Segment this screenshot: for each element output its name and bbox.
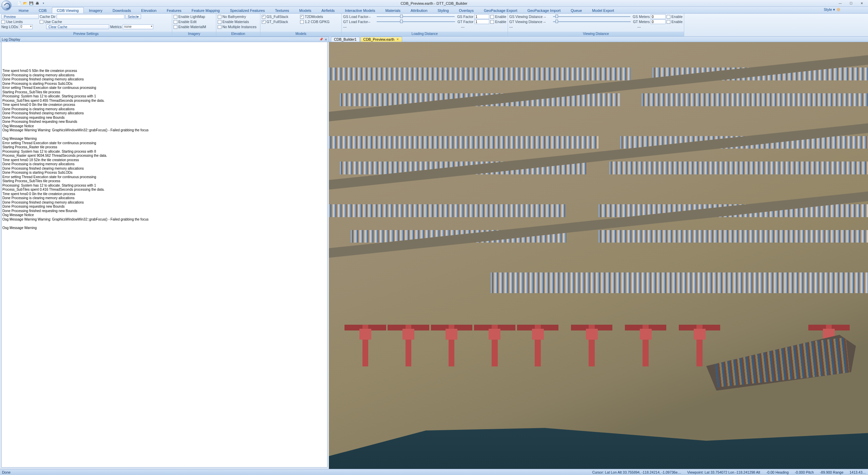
tab-features[interactable]: Features — [162, 7, 186, 13]
close-button[interactable]: ✕ — [857, 1, 867, 6]
document-tab-close-icon[interactable]: ✕ — [396, 38, 399, 41]
qat-dropdown-icon[interactable]: ▾ — [41, 1, 46, 6]
status-heading: -0.00 Heading — [766, 470, 789, 474]
status-pitch: -0.000 Pitch — [795, 470, 814, 474]
group-elevation: No Bathyemtry Enable Materials No Multip… — [216, 14, 260, 36]
neg-lods-dropdown[interactable]: 0 — [19, 24, 33, 29]
tab-elevation[interactable]: Elevation — [136, 7, 161, 13]
gs-loading-enable-checkbox[interactable] — [490, 15, 494, 19]
tab-downloads[interactable]: Downloads — [107, 7, 136, 13]
log-line: Time spent hms0 5 50in the tile createio… — [2, 69, 327, 73]
gt-loading-enable-label: Enable — [495, 20, 506, 24]
document-tab[interactable]: CDB_Preview.earth✕ — [360, 37, 402, 42]
metrics-dropdown[interactable]: none — [123, 24, 153, 29]
app-menu-orb[interactable] — [1, 0, 12, 11]
gt-meters-input[interactable] — [651, 19, 666, 24]
tab-queue[interactable]: Queue — [566, 7, 587, 13]
no-multiple-instances-checkbox[interactable] — [218, 25, 221, 29]
log-line: Osg Message Notice — [2, 124, 327, 129]
log-output[interactable]: Time spent hms0 5 50in the tile createio… — [1, 42, 328, 468]
qat-save-icon[interactable]: 💾 — [28, 1, 34, 6]
select-cache-dir-button[interactable]: Select ▾ — [125, 14, 141, 19]
map-viewport[interactable] — [329, 42, 868, 469]
tab-home[interactable]: Home — [14, 7, 34, 13]
tab-geopackage-import[interactable]: GeoPackage Import — [522, 7, 566, 13]
log-line: Osg Message Notice — [2, 213, 327, 217]
cdb-gpkg-checkbox[interactable] — [300, 20, 304, 24]
log-line: Process_SubTiles spent 0.455 ThreadSecon… — [2, 99, 327, 103]
group-viewing-distance: GS Viewing Distance -- GS Meters Enable … — [508, 14, 684, 36]
group-preview-settings: Preview Cache Dir Select ▾ Use Limits Us… — [0, 14, 172, 36]
gt-load-factor-slider[interactable] — [377, 21, 455, 22]
log-line: Done Processing finished clearing memory… — [2, 77, 327, 82]
t2dmodels-checkbox[interactable] — [300, 15, 304, 19]
maximize-button[interactable]: ☐ — [846, 1, 856, 6]
quick-access-toolbar: 📄 📂 💾 🖶 ▾ — [16, 1, 46, 6]
panel-close-icon[interactable]: ✕ — [324, 38, 327, 41]
use-limits-checkbox[interactable] — [1, 20, 5, 24]
tab-feature-mapping[interactable]: Feature Mapping — [186, 7, 225, 13]
group-loading-distance: GS Load Factor-- GS Factor Enable GT Loa… — [342, 14, 508, 36]
enable-lightmap-checkbox[interactable] — [174, 15, 177, 19]
enable-materialm-checkbox[interactable] — [174, 25, 177, 29]
tab-overlays[interactable]: Overlays — [454, 7, 479, 13]
log-line: Done Processing is starting Process SubL… — [2, 171, 327, 175]
tab-models[interactable]: Models — [294, 7, 316, 13]
qat-open-icon[interactable]: 📂 — [22, 1, 28, 6]
tab-interactive-models[interactable]: Interactive Models — [340, 7, 380, 13]
qat-new-icon[interactable]: 📄 — [16, 1, 22, 6]
log-line: Error setting Thread Execution state for… — [2, 86, 327, 90]
clear-cache-button[interactable]: Clear Cache — [46, 24, 109, 29]
use-cache-checkbox[interactable] — [40, 20, 43, 24]
log-line: Done Processing is clearing memory alloc… — [2, 196, 327, 201]
document-area: CDB_Builder1CDB_Preview.earth✕ — [329, 37, 868, 469]
cache-dir-input[interactable] — [57, 14, 124, 19]
use-limits-label: Use Limits — [6, 20, 39, 24]
log-line: Error setting Thread Execution state for… — [2, 141, 327, 146]
gt-factor-input[interactable] — [474, 19, 489, 24]
gt-viewing-enable-label: Enable — [671, 20, 683, 24]
gs-viewing-enable-checkbox[interactable] — [667, 15, 670, 19]
gt-loading-enable-checkbox[interactable] — [490, 20, 494, 24]
gs-viewing-distance-slider[interactable] — [553, 16, 630, 17]
gs-meters-input[interactable] — [651, 14, 666, 19]
log-line: Osg Message Warning Warning: GraphicsWin… — [2, 217, 327, 222]
log-line: Done Processing requesting new Bounds — [2, 116, 327, 120]
group-label-viewing-distance: Viewing Distance — [508, 32, 684, 36]
tab-model-export[interactable]: Model Export — [587, 7, 619, 13]
tab-styling[interactable]: Styling — [433, 7, 454, 13]
enable-materialm-label: Enable MaterialM — [178, 25, 206, 29]
log-line: Time spent hms0 18 52in the tile createi… — [2, 158, 327, 163]
tab-imagery[interactable]: Imagery — [84, 7, 107, 13]
gs-fullstack-checkbox[interactable] — [262, 15, 265, 19]
tab-geopackage-export[interactable]: GeoPackage Export — [479, 7, 522, 13]
gt-viewing-enable-checkbox[interactable] — [667, 20, 670, 24]
gs-fullstack-label: GS_FullStack — [267, 15, 299, 19]
document-tab[interactable]: CDB_Builder1 — [331, 37, 360, 42]
enable-materials-checkbox[interactable] — [218, 20, 221, 24]
log-line: Process_Raster spent 9034.562 ThreadSeco… — [2, 154, 327, 158]
tab-attribution[interactable]: Attribution — [406, 7, 433, 13]
style-dropdown[interactable]: Style ▾ 🔅 — [824, 7, 841, 12]
log-line: Starting Process_SubTiles tile process — [2, 179, 327, 184]
no-bathymetry-checkbox[interactable] — [218, 15, 221, 19]
tab-airfields[interactable]: Airfields — [316, 7, 340, 13]
log-panel-header[interactable]: Log Display 📌 ✕ — [0, 37, 329, 42]
tab-specialized-features[interactable]: Specialized Features — [225, 7, 270, 13]
gs-factor-input[interactable] — [474, 14, 489, 19]
gs-load-factor-slider[interactable] — [377, 16, 455, 17]
group-label-models: Models — [260, 32, 341, 36]
log-line: Starting Process_Raster tile process — [2, 145, 327, 150]
tab-cdb-viewing[interactable]: CDB Viewing — [52, 7, 84, 13]
pin-icon[interactable]: 📌 — [319, 38, 323, 41]
minimize-button[interactable]: — — [835, 1, 845, 6]
gt-fullstack-checkbox[interactable] — [262, 20, 265, 24]
gs-load-factor-label: GS Load Factor-- — [343, 15, 374, 19]
enable-edit-checkbox[interactable] — [174, 20, 177, 24]
gt-viewing-distance-slider[interactable] — [553, 21, 631, 22]
qat-print-icon[interactable]: 🖶 — [35, 1, 40, 6]
tab-cdb[interactable]: CDB — [34, 7, 52, 13]
preview-button[interactable]: Preview — [1, 14, 39, 19]
tab-textures[interactable]: Textures — [270, 7, 294, 13]
tab-materials[interactable]: Materials — [380, 7, 406, 13]
